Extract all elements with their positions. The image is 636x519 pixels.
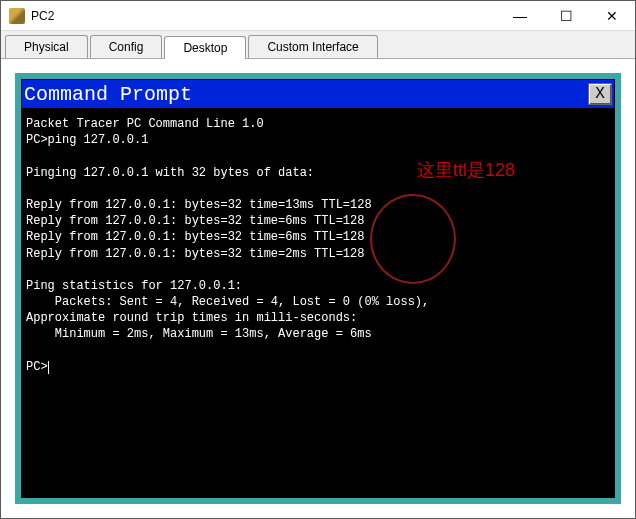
tab-custom-interface[interactable]: Custom Interface bbox=[248, 35, 377, 58]
annotation-circle-icon bbox=[370, 194, 456, 284]
cmd-title: Command Prompt bbox=[22, 83, 192, 106]
maximize-button[interactable]: ☐ bbox=[543, 1, 589, 31]
cmd-line: Reply from 127.0.0.1: bytes=32 time=13ms… bbox=[26, 198, 372, 212]
desktop-frame: Command Prompt X Packet Tracer PC Comman… bbox=[15, 73, 621, 504]
cmd-body[interactable]: Packet Tracer PC Command Line 1.0 PC>pin… bbox=[22, 108, 614, 497]
cmd-line: Approximate round trip times in milli-se… bbox=[26, 311, 357, 325]
cmd-line: Reply from 127.0.0.1: bytes=32 time=6ms … bbox=[26, 230, 364, 244]
cmd-prompt: PC> bbox=[26, 360, 48, 374]
cmd-line: Ping statistics for 127.0.0.1: bbox=[26, 279, 242, 293]
window-controls: — ☐ ✕ bbox=[497, 1, 635, 31]
window-title: PC2 bbox=[31, 9, 54, 23]
command-prompt-window: Command Prompt X Packet Tracer PC Comman… bbox=[21, 79, 615, 498]
tab-desktop[interactable]: Desktop bbox=[164, 36, 246, 59]
app-icon bbox=[9, 8, 25, 24]
annotation-text: 这里ttl是128 bbox=[417, 158, 515, 182]
cmd-line: Pinging 127.0.0.1 with 32 bytes of data: bbox=[26, 166, 314, 180]
cmd-line: PC>ping 127.0.0.1 bbox=[26, 133, 148, 147]
close-button[interactable]: ✕ bbox=[589, 1, 635, 31]
cmd-close-button[interactable]: X bbox=[588, 83, 612, 105]
tab-config[interactable]: Config bbox=[90, 35, 163, 58]
minimize-button[interactable]: — bbox=[497, 1, 543, 31]
window-titlebar: PC2 — ☐ ✕ bbox=[1, 1, 635, 31]
cursor-icon bbox=[48, 361, 49, 374]
cmd-line: Reply from 127.0.0.1: bytes=32 time=2ms … bbox=[26, 247, 364, 261]
tab-physical[interactable]: Physical bbox=[5, 35, 88, 58]
main-area: Command Prompt X Packet Tracer PC Comman… bbox=[1, 59, 635, 518]
cmd-line: Packet Tracer PC Command Line 1.0 bbox=[26, 117, 264, 131]
tab-bar: Physical Config Desktop Custom Interface bbox=[1, 31, 635, 59]
cmd-line: Packets: Sent = 4, Received = 4, Lost = … bbox=[26, 295, 429, 309]
cmd-line: Minimum = 2ms, Maximum = 13ms, Average =… bbox=[26, 327, 372, 341]
cmd-line: Reply from 127.0.0.1: bytes=32 time=6ms … bbox=[26, 214, 364, 228]
cmd-titlebar[interactable]: Command Prompt X bbox=[22, 80, 614, 108]
